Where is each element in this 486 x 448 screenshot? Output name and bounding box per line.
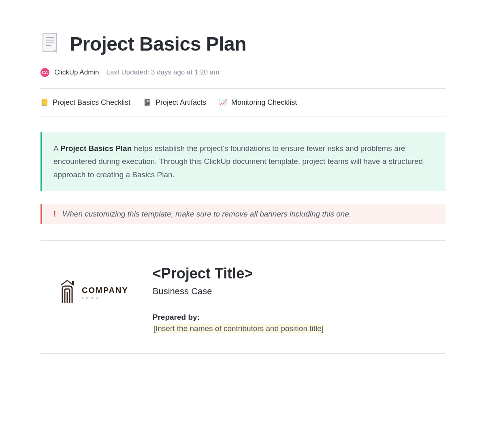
logo-subtext: LOGO <box>82 296 101 299</box>
document-icon <box>40 32 60 55</box>
banner-text-before: A <box>53 144 60 153</box>
divider <box>40 88 446 89</box>
tabs-row: 📒 Project Basics Checklist 📓 Project Art… <box>40 98 446 107</box>
prepared-by-placeholder[interactable]: [Insert the names of contributors and po… <box>153 324 324 333</box>
company-logo: COMPANY LOGO <box>57 280 128 306</box>
tab-project-basics-checklist[interactable]: 📒 Project Basics Checklist <box>40 98 130 107</box>
logo-word: COMPANY <box>82 286 128 295</box>
tab-label: Monitoring Checklist <box>231 98 297 107</box>
title-row: Project Basics Plan <box>40 32 446 55</box>
author-avatar[interactable]: CA <box>40 68 49 77</box>
tab-label: Project Artifacts <box>156 98 206 107</box>
prepared-by-label: Prepared by: <box>153 313 324 322</box>
banner-bold: Project Basics Plan <box>60 144 132 153</box>
project-subtitle: Business Case <box>153 286 324 297</box>
warning-text: When customizing this template, make sur… <box>62 210 351 219</box>
project-title-placeholder[interactable]: <Project Title> <box>153 265 324 282</box>
project-heading-block: <Project Title> Business Case Prepared b… <box>153 265 324 333</box>
notebook-alt-icon: 📓 <box>143 99 151 107</box>
divider <box>40 353 446 354</box>
tab-project-artifacts[interactable]: 📓 Project Artifacts <box>143 98 206 107</box>
info-banner: A Project Basics Plan helps establish th… <box>40 132 446 191</box>
warning-icon: ! <box>53 210 56 219</box>
meta-row: CA ClickUp Admin Last Updated: 3 days ag… <box>40 68 446 77</box>
logo-text: COMPANY LOGO <box>82 286 128 299</box>
chart-icon: 📈 <box>219 99 227 107</box>
notebook-icon: 📒 <box>40 99 49 107</box>
page-title: Project Basics Plan <box>70 33 246 55</box>
divider <box>40 240 446 241</box>
svg-rect-5 <box>72 281 74 285</box>
author-name[interactable]: ClickUp Admin <box>54 68 99 76</box>
logo-mark-icon <box>57 280 78 306</box>
document-header-block: COMPANY LOGO <Project Title> Business Ca… <box>40 265 446 333</box>
tab-label: Project Basics Checklist <box>53 98 130 107</box>
tab-monitoring-checklist[interactable]: 📈 Monitoring Checklist <box>219 98 297 107</box>
warning-banner: ! When customizing this template, make s… <box>40 204 446 224</box>
last-updated-text: Last Updated: 3 days ago at 1:20 am <box>107 68 220 76</box>
divider <box>40 117 446 117</box>
